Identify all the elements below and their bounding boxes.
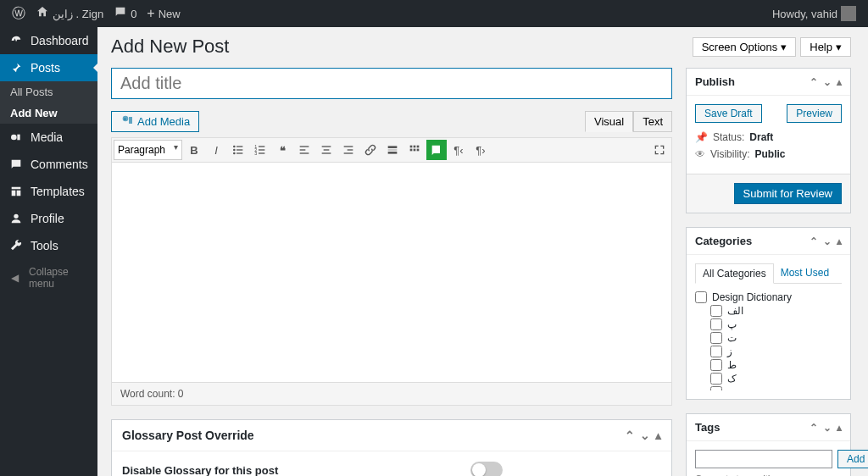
site-name: زاین . Zign bbox=[53, 8, 103, 20]
category-row[interactable]: ت bbox=[695, 331, 842, 345]
tab-text[interactable]: Text bbox=[633, 111, 672, 132]
chevron-up-icon[interactable]: ⌃ bbox=[810, 235, 818, 247]
category-row[interactable]: ط bbox=[695, 358, 842, 372]
format-select[interactable]: Paragraph bbox=[114, 140, 182, 160]
category-label: الف bbox=[727, 305, 743, 317]
svg-rect-5 bbox=[236, 146, 242, 147]
chevron-down-icon[interactable]: ⌄ bbox=[823, 76, 832, 88]
align-left-button[interactable] bbox=[294, 140, 314, 160]
nav-collapse[interactable]: ◀ Collapse menu bbox=[0, 259, 97, 296]
category-checkbox[interactable] bbox=[695, 291, 707, 303]
readmore-button[interactable] bbox=[382, 140, 403, 160]
admin-sidebar: Dashboard Posts All Posts Add New Media … bbox=[0, 27, 97, 476]
chevron-up-icon[interactable]: ⌃ bbox=[810, 76, 818, 88]
media-icon bbox=[120, 113, 134, 130]
fullscreen-button[interactable] bbox=[649, 140, 670, 160]
ul-button[interactable] bbox=[228, 140, 248, 160]
italic-button[interactable]: I bbox=[206, 140, 226, 160]
chevron-up-icon[interactable]: ⌃ bbox=[625, 429, 635, 442]
toolbar-toggle-button[interactable] bbox=[404, 140, 425, 160]
ol-button[interactable]: 123 bbox=[250, 140, 270, 160]
word-count-label: Word count: bbox=[120, 388, 178, 400]
tab-all-categories[interactable]: All Categories bbox=[695, 263, 774, 284]
nav-posts[interactable]: Posts bbox=[0, 54, 97, 81]
editor-status: Word count: 0 bbox=[111, 383, 672, 406]
category-label: ک bbox=[727, 373, 737, 385]
nav-templates[interactable]: Templates bbox=[0, 178, 97, 205]
quote-button[interactable]: ❝ bbox=[272, 140, 292, 160]
caret-up-icon[interactable]: ▴ bbox=[837, 235, 842, 247]
category-list[interactable]: Design Dictionaryالفپتزطکم bbox=[695, 289, 842, 390]
comment-icon bbox=[114, 5, 127, 22]
caret-up-icon[interactable]: ▴ bbox=[837, 422, 842, 434]
caret-up-icon[interactable]: ▴ bbox=[837, 76, 842, 88]
site-link[interactable]: زاین . Zign bbox=[31, 0, 108, 27]
align-right-button[interactable] bbox=[338, 140, 359, 160]
user-icon bbox=[8, 212, 24, 225]
nav-comments[interactable]: Comments bbox=[0, 151, 97, 178]
category-label: ت bbox=[727, 332, 737, 344]
category-checkbox[interactable] bbox=[710, 318, 722, 330]
post-title-input[interactable] bbox=[111, 68, 672, 99]
media-icon bbox=[8, 130, 24, 144]
adminbar-new[interactable]: + New bbox=[142, 0, 185, 27]
chevron-down-icon[interactable]: ⌄ bbox=[823, 422, 832, 434]
category-checkbox[interactable] bbox=[710, 373, 722, 385]
nav-profile[interactable]: Profile bbox=[0, 205, 97, 232]
add-media-button[interactable]: Add Media bbox=[111, 111, 199, 132]
chevron-up-icon[interactable]: ⌃ bbox=[810, 422, 818, 434]
nav-add-new[interactable]: Add New bbox=[0, 102, 97, 124]
tab-visual[interactable]: Visual bbox=[585, 111, 633, 132]
svg-point-2 bbox=[233, 146, 236, 148]
save-draft-button[interactable]: Save Draft bbox=[695, 104, 762, 123]
category-checkbox[interactable] bbox=[710, 386, 722, 390]
category-row[interactable]: ز bbox=[695, 345, 842, 358]
tab-most-used[interactable]: Most Used bbox=[774, 263, 836, 283]
comments-count: 0 bbox=[131, 8, 136, 20]
category-row[interactable]: پ bbox=[695, 318, 842, 331]
submit-review-button[interactable]: Submit for Review bbox=[734, 183, 842, 204]
wp-logo[interactable]: ⓦ bbox=[7, 0, 31, 27]
svg-rect-19 bbox=[322, 152, 331, 153]
category-row[interactable]: Design Dictionary bbox=[695, 291, 842, 304]
status-label: Status: bbox=[713, 131, 744, 143]
category-checkbox[interactable] bbox=[710, 332, 722, 344]
link-button[interactable] bbox=[360, 140, 381, 160]
category-row[interactable]: الف bbox=[695, 304, 842, 318]
align-center-button[interactable] bbox=[316, 140, 337, 160]
caret-up-icon[interactable]: ▴ bbox=[655, 429, 661, 442]
nav-tools[interactable]: Tools bbox=[0, 232, 97, 259]
category-checkbox[interactable] bbox=[710, 346, 722, 357]
rtl-button[interactable]: ¶› bbox=[470, 140, 491, 160]
category-row[interactable]: ک bbox=[695, 372, 842, 385]
howdy-text: Howdy, vahid bbox=[772, 8, 837, 20]
howdy-user[interactable]: Howdy, vahid bbox=[767, 0, 861, 27]
category-row[interactable]: م bbox=[695, 385, 842, 390]
nav-all-posts[interactable]: All Posts bbox=[0, 81, 97, 102]
disable-glossary-toggle[interactable] bbox=[470, 462, 503, 476]
category-label: ط bbox=[727, 359, 737, 371]
chevron-down-icon[interactable]: ⌄ bbox=[823, 235, 832, 247]
nav-media[interactable]: Media bbox=[0, 124, 97, 151]
svg-rect-31 bbox=[417, 149, 420, 152]
screen-options-button[interactable]: Screen Options ▾ bbox=[693, 37, 797, 57]
editor-content[interactable] bbox=[111, 163, 672, 383]
add-tag-button[interactable]: Add bbox=[837, 450, 868, 468]
glossary-toolbar-button[interactable] bbox=[426, 140, 447, 160]
tags-input[interactable] bbox=[695, 450, 832, 468]
avatar bbox=[841, 6, 856, 21]
adminbar-comments[interactable]: 0 bbox=[108, 0, 142, 27]
bold-button[interactable]: B bbox=[184, 140, 204, 160]
help-button[interactable]: Help ▾ bbox=[800, 37, 851, 57]
svg-rect-15 bbox=[300, 149, 306, 150]
chevron-down-icon[interactable]: ⌄ bbox=[640, 429, 650, 442]
nav-dashboard[interactable]: Dashboard bbox=[0, 27, 97, 54]
category-label: Design Dictionary bbox=[712, 291, 792, 303]
category-checkbox[interactable] bbox=[710, 359, 722, 371]
preview-button[interactable]: Preview bbox=[787, 104, 842, 123]
ltr-button[interactable]: ¶‹ bbox=[448, 140, 469, 160]
editor-toolbar: Paragraph B I 123 ❝ ¶‹ ¶› bbox=[111, 137, 672, 163]
category-checkbox[interactable] bbox=[710, 305, 722, 317]
chevron-down-icon: ▾ bbox=[781, 41, 787, 53]
svg-rect-30 bbox=[414, 149, 416, 152]
